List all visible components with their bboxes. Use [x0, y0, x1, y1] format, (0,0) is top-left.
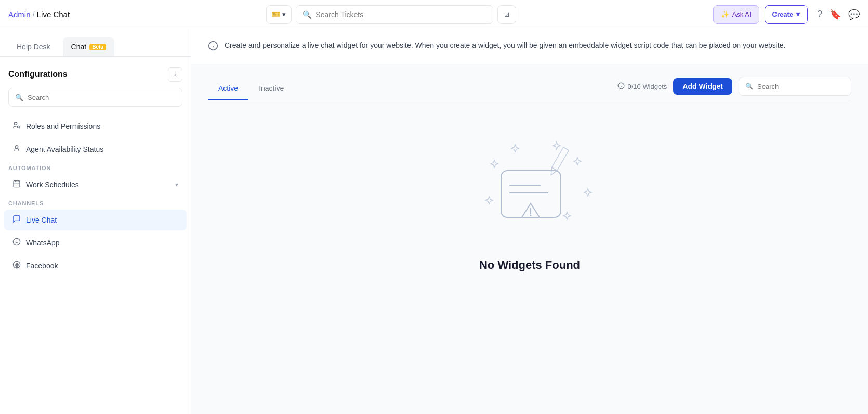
chevron-down-icon: ▾ [175, 181, 178, 188]
tab-active[interactable]: Active [208, 78, 248, 100]
brand-breadcrumb: Admin / Live Chat [8, 10, 70, 19]
tab-inactive-label: Inactive [259, 84, 284, 93]
brand-admin[interactable]: Admin [8, 10, 31, 19]
search-widget: 🔍 [739, 77, 851, 96]
chevron-down-icon: ▾ [796, 10, 800, 18]
nav-actions: ✨ Ask AI Create ▾ ? 🔖 💬 [713, 5, 860, 24]
bookmark-button[interactable]: 🔖 [830, 9, 841, 20]
tab-chat[interactable]: Chat Beta [63, 37, 114, 56]
filter-button[interactable]: ⊿ [497, 5, 516, 24]
svg-point-1 [17, 126, 19, 128]
facebook-icon [12, 261, 21, 271]
sidebar-search: 🔍 [8, 88, 182, 107]
agent-status-icon [12, 144, 21, 154]
beta-badge: Beta [89, 44, 106, 50]
widget-count: 0/10 Widgets [617, 82, 667, 91]
breadcrumb-page: Live Chat [37, 10, 70, 19]
live-chat-icon [12, 215, 21, 225]
sidebar-item-roles-label: Roles and Permissions [26, 122, 100, 131]
widget-count-label: 0/10 Widgets [627, 83, 667, 90]
section-label-automation: AUTOMATION [0, 161, 191, 173]
search-widget-input[interactable] [757, 83, 845, 90]
breadcrumb-slash: / [33, 10, 35, 19]
sidebar-item-live-chat[interactable]: Live Chat [4, 210, 187, 230]
svg-point-2 [15, 146, 18, 148]
sidebar-item-agent-status[interactable]: Agent Availability Status [4, 139, 187, 160]
tab-active-label: Active [218, 84, 238, 93]
help-button[interactable]: ? [817, 9, 822, 20]
empty-illustration [462, 132, 597, 246]
empty-state-title: No Widgets Found [479, 258, 580, 272]
info-circle-icon [617, 82, 625, 91]
sidebar-item-whatsapp-label: WhatsApp [26, 239, 60, 247]
sidebar-tabs: Help Desk Chat Beta [0, 29, 191, 57]
sidebar-item-roles[interactable]: Roles and Permissions [4, 116, 187, 137]
tab-helpdesk-label: Help Desk [17, 43, 50, 51]
section-label-channels: CHANNELS [0, 196, 191, 209]
tab-chat-label: Chat [71, 43, 87, 51]
search-tickets-input[interactable] [315, 10, 486, 19]
info-banner: Create and personalize a live chat widge… [191, 29, 868, 64]
create-button[interactable]: Create ▾ [765, 5, 808, 24]
notifications-button[interactable]: 💬 [848, 9, 860, 20]
search-bar: 🔍 [296, 5, 493, 24]
sidebar-header: Configurations ‹ [0, 57, 191, 88]
sidebar-item-facebook[interactable]: Facebook [4, 255, 187, 276]
search-icon: 🔍 [745, 83, 753, 90]
info-text: Create and personalize a live chat widge… [225, 40, 785, 51]
sidebar-item-facebook-label: Facebook [26, 262, 58, 270]
filter-icon: ⊿ [504, 10, 510, 18]
sidebar: Help Desk Chat Beta Configurations ‹ 🔍 R… [0, 29, 191, 414]
sidebar-item-work-schedules[interactable]: Work Schedules ▾ [4, 174, 187, 195]
tabs-right: 0/10 Widgets Add Widget 🔍 [617, 77, 851, 100]
content-area: Active Inactive 0/10 Widgets Add Widget [191, 64, 868, 316]
tab-helpdesk[interactable]: Help Desk [8, 37, 59, 56]
sidebar-title: Configurations [8, 70, 68, 79]
tabs-row: Active Inactive 0/10 Widgets Add Widget [208, 77, 851, 100]
empty-state: No Widgets Found [208, 100, 851, 303]
tabs-left: Active Inactive [208, 78, 294, 99]
nav-icons: ? 🔖 💬 [817, 9, 860, 20]
app-layout: Help Desk Chat Beta Configurations ‹ 🔍 R… [0, 29, 868, 414]
sidebar-item-work-schedules-label: Work Schedules [26, 180, 79, 189]
whatsapp-icon [12, 238, 21, 248]
ticket-type-button[interactable]: 🎫 ▾ [266, 5, 292, 24]
nav-center: 🎫 ▾ 🔍 ⊿ [76, 5, 707, 24]
sidebar-item-whatsapp[interactable]: WhatsApp [4, 232, 187, 253]
work-schedules-icon [12, 179, 21, 190]
svg-point-7 [13, 238, 20, 245]
search-icon: 🔍 [303, 10, 311, 19]
svg-rect-3 [14, 181, 20, 187]
top-nav: Admin / Live Chat 🎫 ▾ 🔍 ⊿ ✨ Ask AI Creat… [0, 0, 868, 29]
collapse-sidebar-button[interactable]: ‹ [168, 67, 182, 82]
create-label: Create [772, 10, 793, 18]
ask-ai-label: Ask AI [732, 10, 752, 18]
search-icon: 🔍 [15, 94, 23, 101]
sidebar-search-input[interactable] [28, 94, 176, 101]
info-icon [208, 41, 218, 54]
sidebar-item-agent-status-label: Agent Availability Status [26, 145, 103, 153]
main-content: Create and personalize a live chat widge… [191, 29, 868, 414]
svg-rect-17 [552, 147, 569, 171]
add-widget-button[interactable]: Add Widget [673, 78, 732, 95]
roles-icon [12, 121, 21, 132]
ticket-icon: 🎫 [272, 10, 280, 18]
chevron-down-icon: ▾ [282, 10, 286, 18]
add-widget-label: Add Widget [682, 82, 723, 90]
svg-point-24 [530, 215, 532, 216]
sidebar-item-live-chat-label: Live Chat [26, 216, 57, 224]
svg-point-0 [14, 122, 17, 125]
svg-marker-18 [548, 167, 557, 176]
tab-inactive[interactable]: Inactive [248, 78, 294, 100]
ask-ai-button[interactable]: ✨ Ask AI [713, 5, 759, 24]
ai-icon: ✨ [721, 10, 729, 18]
